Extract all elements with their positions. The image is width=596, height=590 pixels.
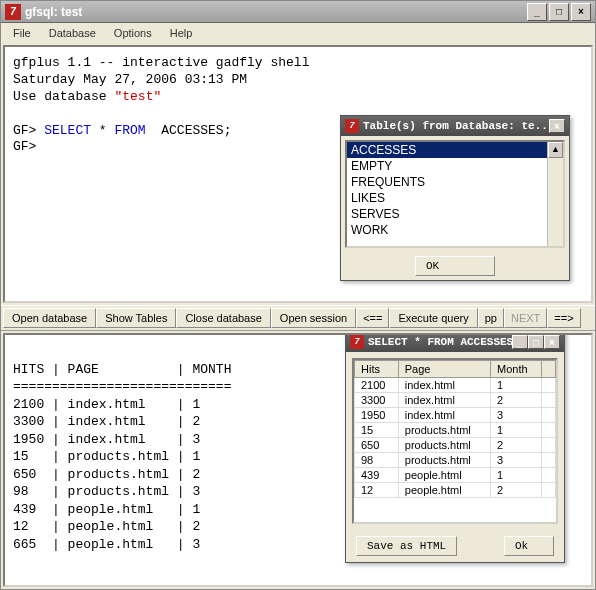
table-row[interactable]: 98products.html3 <box>355 453 556 468</box>
table-row[interactable]: 15products.html1 <box>355 423 556 438</box>
open-database-button[interactable]: Open database <box>3 308 96 328</box>
show-tables-button[interactable]: Show Tables <box>96 308 176 328</box>
menu-help[interactable]: Help <box>162 25 201 41</box>
result-minimize-button[interactable]: _ <box>512 335 528 349</box>
date-line: Saturday May 27, 2006 03:13 PM <box>13 72 583 89</box>
result-close-button[interactable]: × <box>544 335 560 349</box>
tables-popup-titlebar: 7 Table(s) from Database: te... × <box>341 116 569 136</box>
results-area: HITS | PAGE | MONTH ====================… <box>3 333 593 587</box>
tables-popup-close[interactable]: × <box>549 119 565 133</box>
app-icon: 7 <box>350 335 364 349</box>
toolbar: Open database Show Tables Close database… <box>1 305 595 331</box>
pp-button[interactable]: pp <box>478 308 504 328</box>
result-popup-titlebar: 7 SELECT * FROM ACCESSES; _ □ × <box>346 333 564 352</box>
save-as-html-button[interactable]: Save as HTML <box>356 536 457 556</box>
scroll-up-icon[interactable]: ▲ <box>548 142 563 158</box>
col-month[interactable]: Month <box>491 361 542 378</box>
table-row[interactable]: 1950index.html3 <box>355 408 556 423</box>
main-window: 7 gfsql: test _ □ × File Database Option… <box>0 0 596 590</box>
minimize-button[interactable]: _ <box>527 3 547 21</box>
result-header-row: Hits Page Month <box>355 361 556 378</box>
table-item-work[interactable]: WORK <box>347 222 563 238</box>
use-db-line: Use database "test" <box>13 89 583 106</box>
shell-area[interactable]: gfplus 1.1 -- interactive gadfly shell S… <box>3 45 593 303</box>
open-session-button[interactable]: Open session <box>271 308 356 328</box>
forward-button[interactable]: ==> <box>547 308 580 328</box>
close-database-button[interactable]: Close database <box>176 308 270 328</box>
table-row[interactable]: 2100index.html1 <box>355 378 556 393</box>
app-icon: 7 <box>345 119 359 133</box>
app-icon: 7 <box>5 4 21 20</box>
table-row[interactable]: 12people.html2 <box>355 483 556 498</box>
tables-popup-title: Table(s) from Database: te... <box>363 120 549 132</box>
window-title: gfsql: test <box>25 5 527 19</box>
execute-query-button[interactable]: Execute query <box>389 308 477 328</box>
menubar: File Database Options Help <box>1 23 595 43</box>
back-button[interactable]: <== <box>356 308 389 328</box>
table-item-accesses[interactable]: ACCESSES <box>347 142 563 158</box>
table-item-likes[interactable]: LIKES <box>347 190 563 206</box>
col-page[interactable]: Page <box>398 361 490 378</box>
next-button[interactable]: NEXT <box>504 308 547 328</box>
col-hits[interactable]: Hits <box>355 361 399 378</box>
close-button[interactable]: × <box>571 3 591 21</box>
table-item-frequents[interactable]: FREQUENTS <box>347 174 563 190</box>
result-maximize-button[interactable]: □ <box>528 335 544 349</box>
result-ok-button[interactable]: Ok <box>504 536 554 556</box>
table-row[interactable]: 3300index.html2 <box>355 393 556 408</box>
tables-ok-button[interactable]: OK <box>415 256 495 276</box>
result-table-wrap: Hits Page Month 2100index.html13300index… <box>352 358 558 524</box>
col-spacer <box>542 361 556 378</box>
menu-file[interactable]: File <box>5 25 39 41</box>
table-item-serves[interactable]: SERVES <box>347 206 563 222</box>
banner-line: gfplus 1.1 -- interactive gadfly shell <box>13 55 583 72</box>
titlebar: 7 gfsql: test _ □ × <box>1 1 595 23</box>
table-row[interactable]: 439people.html1 <box>355 468 556 483</box>
result-popup-title: SELECT * FROM ACCESSES; <box>368 336 512 348</box>
result-popup: 7 SELECT * FROM ACCESSES; _ □ × Hits Pag… <box>345 333 565 563</box>
tables-listbox[interactable]: ACCESSES EMPTY FREQUENTS LIKES SERVES WO… <box>345 140 565 248</box>
table-item-empty[interactable]: EMPTY <box>347 158 563 174</box>
menu-database[interactable]: Database <box>41 25 104 41</box>
maximize-button[interactable]: □ <box>549 3 569 21</box>
tables-popup: 7 Table(s) from Database: te... × ACCESS… <box>340 115 570 281</box>
menu-options[interactable]: Options <box>106 25 160 41</box>
tables-scrollbar[interactable]: ▲ <box>547 142 563 246</box>
window-controls: _ □ × <box>527 3 591 21</box>
result-table: Hits Page Month 2100index.html13300index… <box>354 360 556 498</box>
table-row[interactable]: 650products.html2 <box>355 438 556 453</box>
